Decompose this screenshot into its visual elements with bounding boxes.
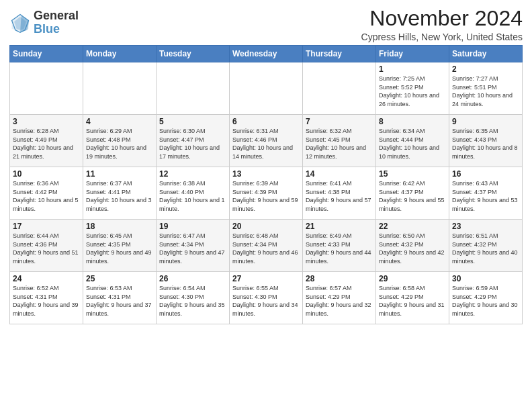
day-info: Sunrise: 6:43 AMSunset: 4:37 PMDaylight:… [452,180,518,212]
day-info: Sunrise: 6:39 AMSunset: 4:39 PMDaylight:… [232,180,298,212]
day-number: 16 [452,169,519,179]
day-number: 20 [232,222,300,231]
day-number: 5 [159,117,226,126]
day-info: Sunrise: 7:25 AMSunset: 5:52 PMDaylight:… [379,75,439,107]
calendar-cell: 7Sunrise: 6:32 AMSunset: 4:45 PMDaylight… [303,115,376,167]
day-number: 11 [86,169,153,179]
calendar-cell: 26Sunrise: 6:54 AMSunset: 4:30 PMDayligh… [157,272,230,324]
day-info: Sunrise: 6:48 AMSunset: 4:34 PMDaylight:… [232,232,298,265]
day-info: Sunrise: 6:51 AMSunset: 4:32 PMDaylight:… [452,232,518,265]
day-number: 3 [13,117,80,126]
logo-icon [9,12,31,34]
day-number: 2 [452,64,519,74]
day-info: Sunrise: 6:55 AMSunset: 4:30 PMDaylight:… [232,285,298,317]
calendar-week-1: 1Sunrise: 7:25 AMSunset: 5:52 PMDaylight… [10,62,523,115]
calendar-week-4: 17Sunrise: 6:44 AMSunset: 4:36 PMDayligh… [10,220,523,272]
calendar-cell [303,62,376,115]
calendar-cell: 6Sunrise: 6:31 AMSunset: 4:46 PMDaylight… [230,115,303,167]
calendar-cell: 2Sunrise: 7:27 AMSunset: 5:51 PMDaylight… [449,62,523,115]
day-number: 8 [379,117,446,126]
calendar-week-5: 24Sunrise: 6:52 AMSunset: 4:31 PMDayligh… [10,272,523,324]
day-info: Sunrise: 7:27 AMSunset: 5:51 PMDaylight:… [452,75,513,107]
calendar-cell: 8Sunrise: 6:34 AMSunset: 4:44 PMDaylight… [376,115,449,167]
day-number: 24 [13,274,80,283]
day-info: Sunrise: 6:35 AMSunset: 4:43 PMDaylight:… [452,128,518,160]
header-monday: Monday [83,46,157,62]
day-number: 14 [306,169,373,179]
calendar-cell [10,62,83,115]
page-container: General Blue November 2024 Cypress Hills… [0,0,532,328]
day-info: Sunrise: 6:54 AMSunset: 4:30 PMDaylight:… [159,285,225,317]
header-friday: Friday [376,46,449,62]
header-wednesday: Wednesday [230,46,303,62]
day-info: Sunrise: 6:50 AMSunset: 4:32 PMDaylight:… [379,232,445,265]
calendar-cell: 28Sunrise: 6:57 AMSunset: 4:29 PMDayligh… [303,272,376,324]
calendar-table: Sunday Monday Tuesday Wednesday Thursday… [9,45,523,324]
calendar-cell [157,62,230,115]
calendar-cell: 19Sunrise: 6:47 AMSunset: 4:34 PMDayligh… [157,220,230,272]
calendar-cell: 4Sunrise: 6:29 AMSunset: 4:48 PMDaylight… [83,115,157,167]
day-info: Sunrise: 6:42 AMSunset: 4:37 PMDaylight:… [379,180,445,212]
day-number: 15 [379,169,446,179]
header-tuesday: Tuesday [157,46,230,62]
calendar-week-3: 10Sunrise: 6:36 AMSunset: 4:42 PMDayligh… [10,167,523,220]
calendar-cell [230,62,303,115]
calendar-cell: 9Sunrise: 6:35 AMSunset: 4:43 PMDaylight… [449,115,523,167]
calendar-cell: 29Sunrise: 6:58 AMSunset: 4:29 PMDayligh… [376,272,449,324]
day-info: Sunrise: 6:53 AMSunset: 4:31 PMDaylight:… [86,285,152,317]
logo: General Blue [9,9,79,36]
calendar-cell: 10Sunrise: 6:36 AMSunset: 4:42 PMDayligh… [10,167,83,220]
header-sunday: Sunday [10,46,83,62]
day-number: 10 [13,169,80,179]
day-info: Sunrise: 6:59 AMSunset: 4:29 PMDaylight:… [452,285,518,317]
month-title: November 2024 [361,7,523,30]
calendar-cell [83,62,157,115]
logo-text: General Blue [34,9,79,36]
day-number: 17 [13,222,80,231]
day-info: Sunrise: 6:32 AMSunset: 4:45 PMDaylight:… [306,128,366,160]
day-info: Sunrise: 6:29 AMSunset: 4:48 PMDaylight:… [86,128,146,160]
location: Cypress Hills, New York, United States [361,32,523,42]
calendar-cell: 11Sunrise: 6:37 AMSunset: 4:41 PMDayligh… [83,167,157,220]
day-info: Sunrise: 6:49 AMSunset: 4:33 PMDaylight:… [306,232,371,265]
weekday-row: Sunday Monday Tuesday Wednesday Thursday… [10,46,523,62]
calendar-cell: 23Sunrise: 6:51 AMSunset: 4:32 PMDayligh… [449,220,523,272]
day-number: 1 [379,64,446,74]
day-number: 22 [379,222,446,231]
day-info: Sunrise: 6:36 AMSunset: 4:42 PMDaylight:… [13,180,79,212]
day-info: Sunrise: 6:28 AMSunset: 4:49 PMDaylight:… [13,128,73,160]
day-number: 18 [86,222,153,231]
calendar-cell: 13Sunrise: 6:39 AMSunset: 4:39 PMDayligh… [230,167,303,220]
day-info: Sunrise: 6:38 AMSunset: 4:40 PMDaylight:… [159,180,225,212]
day-info: Sunrise: 6:52 AMSunset: 4:31 PMDaylight:… [13,285,79,317]
day-number: 12 [159,169,226,179]
day-number: 7 [306,117,373,126]
day-number: 4 [86,117,153,126]
calendar-cell: 5Sunrise: 6:30 AMSunset: 4:47 PMDaylight… [157,115,230,167]
day-info: Sunrise: 6:47 AMSunset: 4:34 PMDaylight:… [159,232,225,265]
day-info: Sunrise: 6:45 AMSunset: 4:35 PMDaylight:… [86,232,152,265]
calendar-cell: 16Sunrise: 6:43 AMSunset: 4:37 PMDayligh… [449,167,523,220]
calendar-cell: 3Sunrise: 6:28 AMSunset: 4:49 PMDaylight… [10,115,83,167]
day-number: 25 [86,274,153,283]
day-info: Sunrise: 6:34 AMSunset: 4:44 PMDaylight:… [379,128,439,160]
day-number: 6 [232,117,300,126]
day-info: Sunrise: 6:30 AMSunset: 4:47 PMDaylight:… [159,128,220,160]
header: General Blue November 2024 Cypress Hills… [9,7,523,42]
calendar-cell: 27Sunrise: 6:55 AMSunset: 4:30 PMDayligh… [230,272,303,324]
day-info: Sunrise: 6:58 AMSunset: 4:29 PMDaylight:… [379,285,445,317]
day-number: 27 [232,274,300,283]
day-number: 26 [159,274,226,283]
calendar-cell: 24Sunrise: 6:52 AMSunset: 4:31 PMDayligh… [10,272,83,324]
day-info: Sunrise: 6:44 AMSunset: 4:36 PMDaylight:… [13,232,79,265]
calendar-cell: 12Sunrise: 6:38 AMSunset: 4:40 PMDayligh… [157,167,230,220]
calendar-header: Sunday Monday Tuesday Wednesday Thursday… [10,46,523,62]
day-info: Sunrise: 6:41 AMSunset: 4:38 PMDaylight:… [306,180,371,212]
calendar-cell: 14Sunrise: 6:41 AMSunset: 4:38 PMDayligh… [303,167,376,220]
day-number: 19 [159,222,226,231]
calendar-body: 1Sunrise: 7:25 AMSunset: 5:52 PMDaylight… [10,62,523,324]
calendar-cell: 30Sunrise: 6:59 AMSunset: 4:29 PMDayligh… [449,272,523,324]
calendar-cell: 17Sunrise: 6:44 AMSunset: 4:36 PMDayligh… [10,220,83,272]
day-number: 9 [452,117,519,126]
calendar-cell: 22Sunrise: 6:50 AMSunset: 4:32 PMDayligh… [376,220,449,272]
